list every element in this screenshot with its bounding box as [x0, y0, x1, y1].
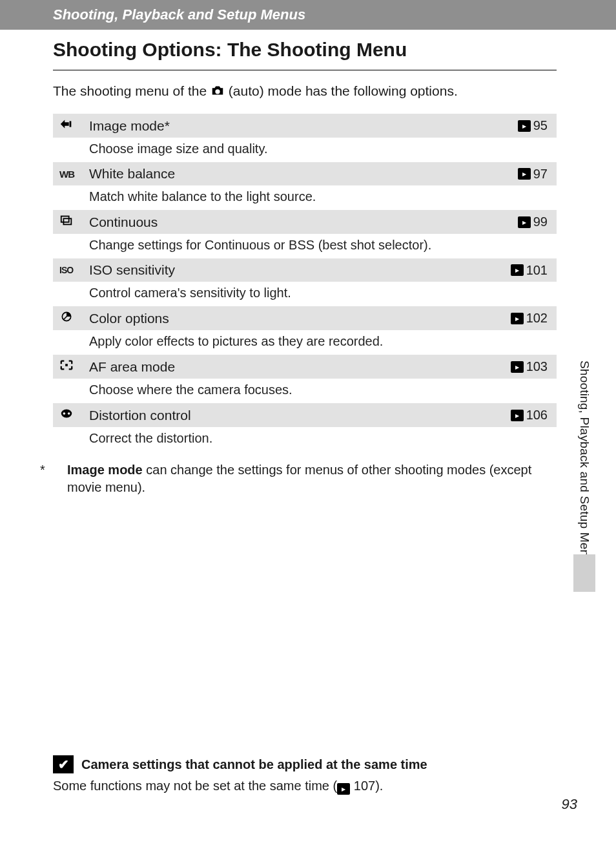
page-ref: ▸ 99	[518, 215, 548, 229]
continuous-icon	[59, 214, 89, 230]
camera-icon	[210, 83, 225, 101]
page-ref: ▸ 103	[511, 359, 548, 374]
option-desc: Choose where the camera focuses.	[53, 379, 557, 403]
svg-rect-5	[65, 364, 68, 367]
page-ref-number: 106	[526, 408, 548, 423]
svg-point-7	[63, 413, 66, 415]
color-icon	[59, 310, 89, 326]
option-row: AF area mode ▸ 103	[53, 354, 557, 379]
footnote-marker: *	[40, 461, 59, 496]
svg-rect-2	[63, 219, 71, 225]
options-table: Image mode* ▸ 95 Choose image size and q…	[0, 113, 616, 451]
note-body-after: ).	[375, 779, 383, 793]
page-ref-icon: ▸	[518, 216, 531, 228]
option-label: ISO sensitivity	[89, 262, 511, 278]
intro-text: The shooting menu of the (auto) mode has…	[0, 70, 616, 113]
option-desc: Apply color effects to pictures as they …	[53, 330, 557, 354]
intro-after: (auto) mode has the following options.	[229, 83, 458, 98]
option-desc: Control camera's sensitivity to light.	[53, 282, 557, 306]
note-body-page: 107	[354, 779, 375, 793]
option-row: ISO ISO sensitivity ▸ 101	[53, 258, 557, 282]
note-block: ✔ Camera settings that cannot be applied…	[53, 755, 557, 795]
footnote: * Image mode can change the settings for…	[0, 451, 616, 496]
option-row: Distortion control ▸ 106	[53, 403, 557, 427]
page-ref-number: 99	[533, 215, 548, 229]
svg-rect-0	[70, 121, 72, 127]
note-body: Some functions may not be set at the sam…	[53, 779, 557, 795]
page-ref-icon: ▸	[518, 120, 531, 132]
option-label: AF area mode	[89, 359, 511, 375]
option-label: Image mode*	[89, 118, 518, 134]
svg-point-6	[61, 410, 72, 418]
page-ref-icon: ▸	[511, 313, 524, 324]
option-label: White balance	[89, 166, 518, 182]
af-area-icon	[59, 359, 89, 375]
option-desc: Change settings for Continuous or BSS (b…	[53, 234, 557, 258]
page-ref-icon: ▸	[511, 361, 524, 373]
note-body-before: Some functions may not be set at the sam…	[53, 779, 337, 793]
option-label: Distortion control	[89, 408, 511, 423]
page-ref: ▸ 97	[518, 167, 548, 182]
image-mode-icon	[59, 118, 89, 134]
page-title: Shooting Options: The Shooting Menu	[53, 30, 557, 70]
iso-icon: ISO	[59, 265, 89, 275]
page-ref: ▸ 106	[511, 408, 548, 423]
option-label: Color options	[89, 311, 511, 326]
footnote-bold: Image mode	[67, 463, 143, 477]
distortion-icon	[59, 407, 89, 423]
svg-point-8	[68, 413, 70, 415]
page-ref-icon: ▸	[511, 410, 524, 421]
page-ref-number: 97	[533, 167, 548, 182]
page-ref-number: 101	[526, 263, 548, 278]
wb-icon: WB	[59, 169, 89, 180]
option-desc: Match white balance to the light source.	[53, 185, 557, 209]
page-ref-number: 102	[526, 311, 548, 326]
page-ref-number: 95	[533, 118, 548, 133]
side-tab-label: Shooting, Playback and Setup Menus	[577, 361, 591, 570]
section-breadcrumb: Shooting, Playback and Setup Menus	[0, 0, 616, 30]
intro-before: The shooting menu of the	[53, 83, 210, 98]
page-ref-icon: ▸	[518, 168, 531, 180]
side-thumb-tab	[573, 554, 595, 592]
svg-rect-1	[61, 216, 69, 222]
option-row: WB White balance ▸ 97	[53, 162, 557, 185]
option-row: Image mode* ▸ 95	[53, 113, 557, 138]
page-ref: ▸ 102	[511, 311, 548, 326]
option-label: Continuous	[89, 215, 518, 230]
page-ref: ▸ 101	[511, 263, 548, 278]
page-ref-number: 103	[526, 359, 548, 374]
page-number: 93	[562, 796, 577, 813]
option-row: Color options ▸ 102	[53, 306, 557, 330]
note-title: Camera settings that cannot be applied a…	[81, 757, 427, 772]
option-row: Continuous ▸ 99	[53, 209, 557, 234]
page-ref-icon: ▸	[337, 783, 350, 795]
page-ref-icon: ▸	[511, 264, 524, 276]
option-desc: Choose image size and quality.	[53, 138, 557, 162]
option-desc: Correct the distortion.	[53, 427, 557, 451]
page-ref: ▸ 95	[518, 118, 548, 133]
check-badge-icon: ✔	[53, 755, 74, 773]
